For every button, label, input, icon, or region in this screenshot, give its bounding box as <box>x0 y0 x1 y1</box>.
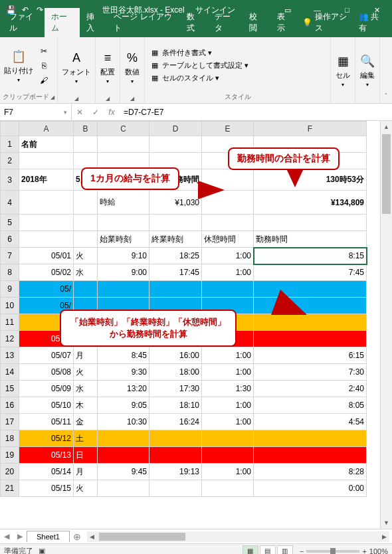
cell[interactable]: 9:45 <box>98 464 149 480</box>
scroll-left-icon[interactable]: ◀ <box>87 531 98 542</box>
cell[interactable]: 1:00 <box>202 364 254 381</box>
cell[interactable]: 日 <box>74 447 98 464</box>
row-header[interactable]: 17 <box>1 414 19 430</box>
row-header[interactable]: 2 <box>1 153 19 169</box>
cell[interactable]: 05/07 <box>19 347 74 364</box>
number-button[interactable]: %数値▾ <box>123 48 142 86</box>
tell-me[interactable]: 💡 操作アシス <box>298 8 353 37</box>
row-header[interactable]: 10 <box>1 298 19 314</box>
cell[interactable]: 7:45 <box>254 264 367 281</box>
col-header[interactable]: F <box>254 122 367 136</box>
cell[interactable] <box>149 281 202 298</box>
cell[interactable]: 4:54 <box>254 414 367 430</box>
cancel-formula-icon[interactable]: ✕ <box>72 108 88 117</box>
horizontal-scrollbar[interactable]: ◀ ▶ <box>87 531 389 542</box>
cell[interactable]: 130時53分 <box>254 169 367 191</box>
cell[interactable]: 18:25 <box>149 248 202 264</box>
cell-styles-button[interactable]: ▦セルのスタイル ▾ <box>147 72 251 84</box>
col-header[interactable]: B <box>74 122 98 136</box>
cell[interactable] <box>254 298 367 314</box>
cell[interactable]: 17:30 <box>149 381 202 397</box>
cell[interactable]: 始業時刻 <box>98 231 149 248</box>
cell[interactable]: 0:00 <box>254 480 367 497</box>
select-all-corner[interactable] <box>1 122 19 136</box>
cell[interactable] <box>98 136 149 153</box>
zoom-out-icon[interactable]: − <box>300 547 304 555</box>
cell[interactable] <box>254 331 367 347</box>
format-painter-icon[interactable]: 🖌 <box>37 74 50 87</box>
cell[interactable]: 05/13 <box>19 447 74 464</box>
cell[interactable]: 18:10 <box>149 397 202 414</box>
cell[interactable]: 17:45 <box>149 264 202 281</box>
zoom-slider[interactable] <box>306 550 359 553</box>
sheet-nav-prev-icon[interactable]: ◀ <box>0 532 13 541</box>
formula-input[interactable]: =D7-C7-E7 <box>120 108 392 117</box>
row-header[interactable]: 3 <box>1 169 19 191</box>
cell[interactable]: 05/11 <box>19 414 74 430</box>
share-button[interactable]: 👥 共有 <box>353 8 389 37</box>
cell[interactable]: 9:05 <box>98 397 149 414</box>
cell[interactable] <box>74 215 98 231</box>
cell[interactable] <box>149 136 202 153</box>
cell[interactable]: 2:40 <box>254 381 367 397</box>
zoom-in-icon[interactable]: + <box>362 547 366 555</box>
cell[interactable]: 1:00 <box>202 464 254 480</box>
tab-insert[interactable]: 挿入 <box>80 8 108 37</box>
cell[interactable]: 05/10 <box>19 397 74 414</box>
scroll-down-icon[interactable]: ▼ <box>381 517 392 529</box>
cell[interactable]: 月 <box>74 464 98 480</box>
row-header[interactable]: 7 <box>1 248 19 264</box>
cell[interactable] <box>98 447 149 464</box>
tab-review[interactable]: 校閲 <box>243 8 270 37</box>
cell[interactable] <box>149 480 202 497</box>
cell[interactable] <box>254 281 367 298</box>
copy-icon[interactable]: ⎘ <box>37 59 50 72</box>
cell[interactable]: 8:45 <box>98 347 149 364</box>
row-header[interactable]: 5 <box>1 215 19 231</box>
cell[interactable] <box>254 447 367 464</box>
cell[interactable]: 2018年 <box>19 169 74 191</box>
view-normal-icon[interactable]: ▦ <box>243 545 258 555</box>
cell[interactable]: 13:20 <box>98 381 149 397</box>
cell[interactable]: 1:00 <box>202 414 254 430</box>
cell[interactable]: 木 <box>74 397 98 414</box>
cell[interactable]: 10:30 <box>98 414 149 430</box>
row-header[interactable]: 6 <box>1 231 19 248</box>
cell[interactable]: 水 <box>74 381 98 397</box>
row-header[interactable]: 20 <box>1 464 19 480</box>
col-header[interactable]: C <box>98 122 149 136</box>
col-header[interactable]: E <box>202 122 254 136</box>
cells-button[interactable]: ▦セル▾ <box>334 52 352 89</box>
cell[interactable] <box>149 430 202 447</box>
cell[interactable] <box>254 314 367 331</box>
cell[interactable] <box>19 153 74 169</box>
row-header[interactable]: 15 <box>1 381 19 397</box>
row-header[interactable]: 16 <box>1 397 19 414</box>
row-header[interactable]: 14 <box>1 364 19 381</box>
tab-file[interactable]: ファイル <box>3 8 45 37</box>
cell[interactable]: 05/02 <box>19 264 74 281</box>
cell[interactable]: 休憩時間 <box>202 231 254 248</box>
cell[interactable] <box>74 136 98 153</box>
cell[interactable]: 名前 <box>19 136 74 153</box>
row-header[interactable]: 12 <box>1 331 19 347</box>
cell[interactable] <box>202 447 254 464</box>
dialog-launcher-icon[interactable]: ◢ <box>130 96 134 102</box>
cell[interactable]: 19:13 <box>149 464 202 480</box>
cell[interactable]: 05/15 <box>19 480 74 497</box>
cell[interactable] <box>149 153 202 169</box>
tab-pagelayout[interactable]: ページ レイアウト <box>107 8 180 37</box>
worksheet-grid[interactable]: A B C D E F 1名前232018年5月合計勤務時間130時53分4時給… <box>0 121 367 497</box>
cell[interactable] <box>19 191 74 215</box>
cell[interactable]: 16:24 <box>149 414 202 430</box>
scroll-up-icon[interactable]: ▲ <box>381 121 392 133</box>
cell[interactable] <box>202 215 254 231</box>
cell[interactable] <box>74 191 98 215</box>
cell[interactable] <box>98 480 149 497</box>
cell[interactable]: 金 <box>74 414 98 430</box>
cell[interactable] <box>254 215 367 231</box>
format-as-table-button[interactable]: ▦テーブルとして書式設定 ▾ <box>147 60 251 71</box>
cell[interactable]: 火 <box>74 480 98 497</box>
dialog-launcher-icon[interactable]: ◢ <box>74 96 78 102</box>
cell[interactable]: 9:30 <box>98 364 149 381</box>
